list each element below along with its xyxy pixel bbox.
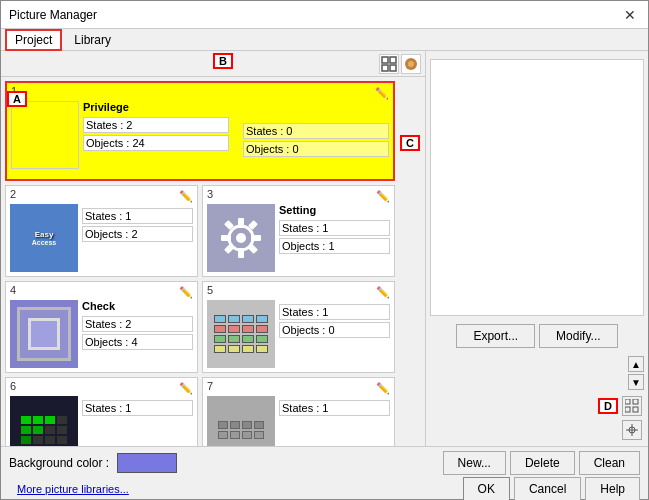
toolbar-row: B bbox=[1, 51, 425, 77]
annotation-b-label: B bbox=[213, 53, 233, 69]
grid-row-4: 6 ✏️ bbox=[5, 377, 421, 446]
new-button[interactable]: New... bbox=[443, 451, 506, 475]
cell-inner-3: Setting States : 1 Objects : 1 bbox=[207, 204, 390, 272]
cancel-button[interactable]: Cancel bbox=[514, 477, 581, 500]
cell-objects-1-inner: Objects : 0 bbox=[243, 141, 389, 157]
color-picker-icon-button[interactable] bbox=[401, 54, 421, 74]
cell-inner-1: Privilege States : 2 Objects : 24 States… bbox=[11, 101, 389, 175]
left-panel: B A bbox=[1, 51, 426, 446]
svg-rect-11 bbox=[251, 235, 261, 241]
svg-rect-16 bbox=[625, 399, 630, 404]
cell-number-3: 3 bbox=[207, 188, 213, 200]
svg-rect-2 bbox=[382, 65, 388, 71]
cell-thumb-4 bbox=[10, 300, 78, 368]
cell-objects-4: Objects : 4 bbox=[82, 334, 193, 350]
cell-info-1-inner: States : 0 Objects : 0 bbox=[243, 101, 389, 175]
cell-thumb-6 bbox=[10, 396, 78, 446]
cell-states-4: States : 2 bbox=[82, 316, 193, 332]
footer-row: More picture libraries... OK Cancel Help bbox=[1, 479, 648, 499]
svg-rect-19 bbox=[633, 407, 638, 412]
cell-edit-icon-6[interactable]: ✏️ bbox=[179, 382, 193, 395]
export-button[interactable]: Export... bbox=[456, 324, 535, 348]
cell-info-6: States : 1 bbox=[82, 396, 193, 446]
svg-rect-1 bbox=[390, 57, 396, 63]
cell-number-5: 5 bbox=[207, 284, 213, 296]
cell-edit-icon-1[interactable]: ✏️ bbox=[375, 87, 389, 100]
svg-rect-18 bbox=[625, 407, 630, 412]
cell-info-1: Privilege States : 2 Objects : 24 bbox=[83, 101, 229, 175]
cell-objects-5: Objects : 0 bbox=[279, 322, 390, 338]
view-icon-button[interactable] bbox=[379, 54, 399, 74]
bg-color-label: Background color : bbox=[9, 456, 109, 470]
cell-number-6: 6 bbox=[10, 380, 16, 392]
cell-thumb-5 bbox=[207, 300, 275, 368]
ok-button[interactable]: OK bbox=[463, 477, 510, 500]
grid-row-1: 1 ✏️ Privilege States : 2 Objects : 24 bbox=[5, 81, 421, 181]
grid-cell-4[interactable]: 4 ✏️ Check States : 2 Objects bbox=[5, 281, 198, 373]
cell-inner-6: States : 1 bbox=[10, 396, 193, 446]
cell-states-5: States : 1 bbox=[279, 304, 390, 320]
preview-area bbox=[430, 59, 644, 316]
cell-states-3: States : 1 bbox=[279, 220, 390, 236]
cell-edit-icon-2[interactable]: ✏️ bbox=[179, 190, 193, 203]
scroll-up-arrow[interactable]: ▲ bbox=[628, 356, 644, 372]
cell-info-3: Setting States : 1 Objects : 1 bbox=[279, 204, 390, 272]
scroll-down-arrow[interactable]: ▼ bbox=[628, 374, 644, 390]
svg-rect-3 bbox=[390, 65, 396, 71]
cell-name-1: Privilege bbox=[83, 101, 229, 113]
bg-color-row: Background color : bbox=[9, 453, 177, 473]
right-panel: C Export... Modify... ▲ ▼ D bbox=[426, 51, 648, 446]
picture-manager-window: Picture Manager ✕ Project Library B bbox=[0, 0, 649, 500]
grid-row-2: 2 ✏️ Easy Access States : 1 Objects : 2 bbox=[5, 185, 421, 277]
cell-inner-7: States : 1 bbox=[207, 396, 390, 446]
cell-thumb-2: Easy Access bbox=[10, 204, 78, 272]
color-swatch[interactable] bbox=[117, 453, 177, 473]
scroll-arrows: ▲ ▼ bbox=[430, 356, 644, 390]
crosshair-icon-button[interactable] bbox=[622, 420, 642, 440]
annotation-d-label: D bbox=[598, 398, 618, 414]
bottom-action-buttons: New... Delete Clean bbox=[443, 451, 640, 475]
menu-project[interactable]: Project bbox=[5, 29, 62, 51]
grid-cell-5[interactable]: 5 ✏️ bbox=[202, 281, 395, 373]
cell-states-1-inner: States : 0 bbox=[243, 123, 389, 139]
grid-cell-2[interactable]: 2 ✏️ Easy Access States : 1 Objects : 2 bbox=[5, 185, 198, 277]
svg-rect-10 bbox=[221, 235, 231, 241]
cell-name-4: Check bbox=[82, 300, 193, 312]
cell-info-5: States : 1 Objects : 0 bbox=[279, 300, 390, 368]
grid-view-button[interactable] bbox=[622, 396, 642, 416]
cell-edit-icon-7[interactable]: ✏️ bbox=[376, 382, 390, 395]
cell-info-4: Check States : 2 Objects : 4 bbox=[82, 300, 193, 368]
cell-inner-2: Easy Access States : 1 Objects : 2 bbox=[10, 204, 193, 272]
menu-library[interactable]: Library bbox=[66, 31, 119, 49]
cell-states-1: States : 2 bbox=[83, 117, 229, 133]
main-content: B A bbox=[1, 51, 648, 446]
grid-cell-3[interactable]: 3 ✏️ bbox=[202, 185, 395, 277]
grid-cell-6[interactable]: 6 ✏️ bbox=[5, 377, 198, 446]
cell-states-2: States : 1 bbox=[82, 208, 193, 224]
cell-number-4: 4 bbox=[10, 284, 16, 296]
svg-point-7 bbox=[236, 233, 246, 243]
action-buttons-row: Export... Modify... bbox=[430, 320, 644, 352]
svg-point-5 bbox=[408, 61, 414, 67]
cell-info-7: States : 1 bbox=[279, 396, 390, 446]
more-libraries-link[interactable]: More picture libraries... bbox=[9, 481, 137, 497]
svg-rect-0 bbox=[382, 57, 388, 63]
cell-thumb-7 bbox=[207, 396, 275, 446]
modify-button[interactable]: Modify... bbox=[539, 324, 617, 348]
cell-edit-icon-3[interactable]: ✏️ bbox=[376, 190, 390, 203]
cell-edit-icon-5[interactable]: ✏️ bbox=[376, 286, 390, 299]
clean-button[interactable]: Clean bbox=[579, 451, 640, 475]
cell-inner-5: States : 1 Objects : 0 bbox=[207, 300, 390, 368]
cell-info-2: States : 1 Objects : 2 bbox=[82, 204, 193, 272]
cell-number-7: 7 bbox=[207, 380, 213, 392]
grid-cell-1[interactable]: 1 ✏️ Privilege States : 2 Objects : 24 bbox=[5, 81, 395, 181]
grid-cell-7[interactable]: 7 ✏️ bbox=[202, 377, 395, 446]
help-button[interactable]: Help bbox=[585, 477, 640, 500]
svg-rect-8 bbox=[238, 218, 244, 228]
ok-cancel-buttons: OK Cancel Help bbox=[463, 477, 640, 500]
delete-button[interactable]: Delete bbox=[510, 451, 575, 475]
close-button[interactable]: ✕ bbox=[620, 7, 640, 23]
cell-edit-icon-4[interactable]: ✏️ bbox=[179, 286, 193, 299]
cell-thumb-1 bbox=[11, 101, 79, 169]
cell-objects-1: Objects : 24 bbox=[83, 135, 229, 151]
